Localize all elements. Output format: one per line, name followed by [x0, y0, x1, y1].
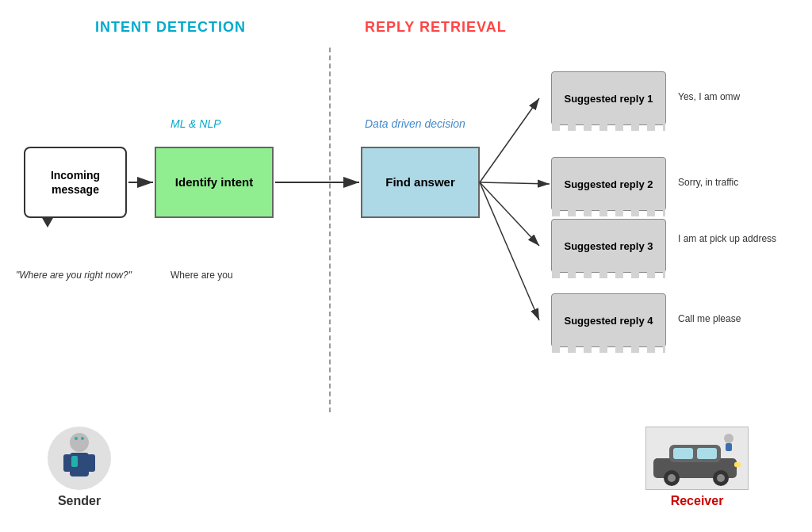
reply-card-2-label: Suggested reply 2 [565, 178, 653, 190]
svg-line-4 [480, 182, 550, 184]
reply-card-3-label: Suggested reply 3 [565, 240, 653, 252]
reply-retrieval-title: REPLY RETRIEVAL [365, 19, 507, 36]
ml-nlp-label: ML & NLP [170, 117, 221, 130]
svg-line-5 [480, 182, 539, 246]
sender-icon [48, 427, 111, 490]
svg-rect-23 [734, 462, 741, 467]
intent-detection-title: INTENT DETECTION [95, 19, 246, 36]
incoming-message-text: Incoming message [25, 168, 125, 197]
svg-line-6 [480, 182, 539, 320]
svg-point-24 [724, 434, 733, 443]
data-driven-label: Data driven decision [365, 117, 465, 130]
identify-intent-box: Identify intent [155, 147, 274, 218]
svg-rect-11 [71, 456, 78, 467]
svg-rect-25 [726, 443, 732, 451]
receiver-section: Receiver [645, 427, 749, 508]
reply-card-4: Suggested reply 4 [551, 293, 666, 347]
svg-point-22 [717, 474, 725, 482]
svg-point-13 [81, 437, 84, 440]
svg-rect-10 [87, 454, 95, 472]
sender-section: Sender [48, 427, 111, 508]
sender-label: Sender [48, 494, 111, 508]
svg-point-7 [70, 433, 89, 452]
receiver-label: Receiver [645, 494, 749, 508]
reply-text-2: Sorry, in traffic [678, 177, 738, 188]
reply-card-1: Suggested reply 1 [551, 71, 666, 125]
find-answer-box: Find answer [361, 147, 480, 218]
receiver-icon [645, 427, 749, 490]
svg-rect-17 [673, 448, 693, 459]
reply-text-4: Call me please [678, 313, 741, 324]
reply-card-1-label: Suggested reply 1 [565, 93, 653, 105]
reply-card-4-label: Suggested reply 4 [565, 315, 653, 327]
identify-sublabel: Where are you [170, 270, 233, 281]
svg-rect-18 [697, 448, 717, 459]
svg-point-20 [668, 474, 676, 482]
svg-line-3 [480, 98, 539, 182]
reply-text-1: Yes, I am omw [678, 91, 740, 102]
svg-point-12 [75, 437, 78, 440]
reply-card-3: Suggested reply 3 [551, 219, 666, 273]
reply-text-3: I am at pick up address [678, 232, 776, 246]
reply-card-2: Suggested reply 2 [551, 157, 666, 211]
svg-rect-9 [63, 454, 71, 472]
section-divider [329, 48, 331, 412]
incoming-message-box: Incoming message [24, 147, 127, 218]
incoming-quote-text: "Where are you right now?" [16, 270, 132, 281]
